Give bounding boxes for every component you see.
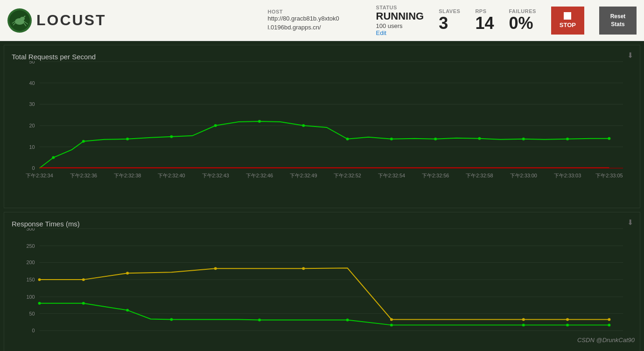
svg-text:下午2:32:52: 下午2:32:52 xyxy=(334,173,361,178)
watermark: CSDN @DrunkCat90 xyxy=(577,337,635,344)
svg-text:下午2:32:56: 下午2:32:56 xyxy=(422,173,449,178)
rps-stat-block: RPS 14 xyxy=(475,8,494,33)
header: LOCUST HOST http://80.gracb81b.y8xtok0 l… xyxy=(0,0,644,41)
svg-text:下午2:32:43: 下午2:32:43 xyxy=(202,173,229,178)
svg-text:150: 150 xyxy=(26,277,35,282)
failures-stat-block: FAILURES 0% xyxy=(509,8,536,33)
response-chart-container: Response Times (ms) ⬇ 0 50 100 150 200 2… xyxy=(4,212,640,351)
svg-text:200: 200 xyxy=(26,260,35,265)
svg-point-41 xyxy=(258,120,261,123)
svg-point-74 xyxy=(82,302,85,305)
svg-point-68 xyxy=(302,267,305,270)
svg-point-70 xyxy=(522,318,525,321)
svg-text:下午2:32:46: 下午2:32:46 xyxy=(246,173,273,178)
failures-value: 0% xyxy=(509,14,533,33)
svg-point-45 xyxy=(434,138,437,140)
svg-text:下午2:32:49: 下午2:32:49 xyxy=(290,173,317,178)
slaves-value: 3 xyxy=(439,14,448,33)
svg-point-39 xyxy=(170,135,173,138)
svg-text:250: 250 xyxy=(26,243,35,249)
svg-text:100: 100 xyxy=(26,294,35,300)
svg-point-38 xyxy=(126,138,129,140)
svg-text:10: 10 xyxy=(29,144,35,150)
svg-point-69 xyxy=(390,318,393,321)
svg-point-71 xyxy=(566,318,569,321)
response-chart-svg: 0 50 100 150 200 250 300 xyxy=(12,228,632,345)
svg-text:下午2:32:54: 下午2:32:54 xyxy=(378,173,405,178)
svg-point-66 xyxy=(126,272,129,274)
response-chart-title: Response Times (ms) xyxy=(12,220,80,228)
host-label: HOST xyxy=(268,9,283,14)
slaves-stat-block: SLAVES 3 xyxy=(439,8,460,33)
svg-text:0: 0 xyxy=(32,165,35,171)
svg-point-36 xyxy=(52,156,55,159)
failures-label: FAILURES xyxy=(509,8,536,14)
svg-point-40 xyxy=(214,124,217,127)
svg-point-81 xyxy=(566,323,569,326)
svg-point-82 xyxy=(608,323,610,326)
svg-point-49 xyxy=(608,137,610,140)
host-value: http://80.gracb81b.y8xtok0 l.0196bd.grap… xyxy=(268,14,339,31)
svg-point-80 xyxy=(522,323,525,326)
svg-point-46 xyxy=(478,137,481,140)
stop-button[interactable]: STOP xyxy=(551,7,584,35)
host-stat-block: HOST http://80.gracb81b.y8xtok0 l.0196bd… xyxy=(268,9,361,31)
rps-label: RPS xyxy=(475,8,486,14)
reset-stats-button[interactable]: ResetStats xyxy=(599,7,637,35)
svg-text:下午2:32:38: 下午2:32:38 xyxy=(114,173,141,178)
svg-point-42 xyxy=(302,124,305,127)
svg-point-75 xyxy=(126,309,129,312)
app-logo-text: LOCUST xyxy=(36,12,106,29)
svg-point-67 xyxy=(214,267,217,270)
rps-chart-title: Total Requests per Second xyxy=(12,53,96,61)
rps-chart-container: Total Requests per Second ⬇ 0 10 20 30 4… xyxy=(4,45,640,208)
status-users: 100 users xyxy=(376,22,403,29)
status-label: STATUS xyxy=(376,5,397,10)
svg-point-44 xyxy=(390,138,393,140)
svg-text:50: 50 xyxy=(29,311,35,316)
header-stats: HOST http://80.gracb81b.y8xtok0 l.0196bd… xyxy=(268,5,637,36)
svg-point-79 xyxy=(390,323,393,326)
svg-text:50: 50 xyxy=(29,61,35,64)
stop-label: STOP xyxy=(560,21,576,28)
logo-area: LOCUST xyxy=(7,8,106,33)
svg-text:300: 300 xyxy=(26,228,35,232)
svg-point-47 xyxy=(522,138,525,140)
svg-text:40: 40 xyxy=(29,80,35,86)
svg-point-64 xyxy=(38,278,41,281)
svg-point-48 xyxy=(566,138,569,140)
edit-link[interactable]: Edit xyxy=(376,29,386,36)
svg-point-73 xyxy=(38,302,41,305)
rps-download-icon[interactable]: ⬇ xyxy=(627,51,633,60)
svg-text:0: 0 xyxy=(32,328,35,333)
rps-value: 14 xyxy=(475,14,494,33)
stop-icon xyxy=(564,12,571,20)
svg-text:30: 30 xyxy=(29,101,35,107)
locust-logo-icon xyxy=(7,8,32,33)
svg-point-78 xyxy=(346,318,349,321)
status-stat-block: STATUS RUNNING 100 users Edit xyxy=(376,5,424,36)
slaves-label: SLAVES xyxy=(439,8,460,14)
svg-text:下午2:32:58: 下午2:32:58 xyxy=(466,173,493,178)
svg-text:下午2:32:40: 下午2:32:40 xyxy=(158,173,185,178)
svg-text:下午2:33:03: 下午2:33:03 xyxy=(554,173,581,178)
svg-point-43 xyxy=(346,138,349,140)
svg-text:20: 20 xyxy=(29,123,35,128)
charts-area: Total Requests per Second ⬇ 0 10 20 30 4… xyxy=(0,45,644,351)
rps-chart-svg: 0 10 20 30 40 50 下午2:32:34 下午2:32:36 下午2… xyxy=(12,61,632,192)
svg-text:下午2:33:05: 下午2:33:05 xyxy=(595,173,623,178)
svg-text:下午2:32:34: 下午2:32:34 xyxy=(26,173,53,178)
svg-point-76 xyxy=(170,318,173,321)
svg-point-65 xyxy=(82,278,85,281)
response-download-icon[interactable]: ⬇ xyxy=(627,218,633,227)
svg-text:下午2:32:36: 下午2:32:36 xyxy=(70,173,97,178)
status-value: RUNNING xyxy=(376,10,424,22)
svg-text:下午2:33:00: 下午2:33:00 xyxy=(510,173,537,178)
svg-point-37 xyxy=(82,140,85,143)
svg-point-72 xyxy=(608,318,610,321)
svg-point-77 xyxy=(258,318,261,321)
